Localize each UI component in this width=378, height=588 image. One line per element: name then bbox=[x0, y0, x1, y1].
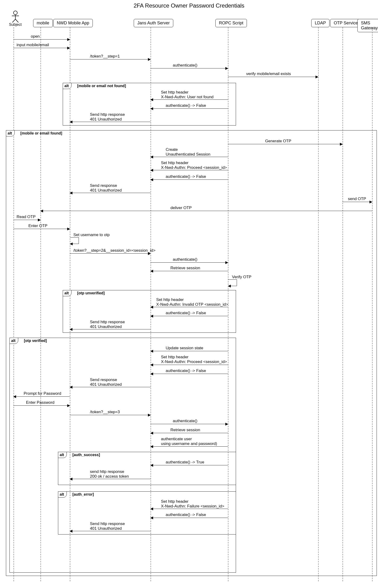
msg-label: Retrieve session bbox=[170, 266, 200, 271]
participant-ldap: LDAP bbox=[311, 19, 329, 27]
diagram-title: 2FA Resource Owner Password Credentials bbox=[0, 2, 378, 9]
msg-label: authenticate() -> False bbox=[166, 311, 206, 315]
msg-label: Set http header X-Nwd-Authn: Invalid OTP… bbox=[156, 297, 228, 307]
arrow bbox=[40, 211, 372, 211]
msg-label: send http response 200 ok / access token bbox=[90, 469, 129, 479]
alt-condition: [mobile or email found] bbox=[20, 131, 62, 136]
arrow bbox=[150, 446, 228, 447]
arrow bbox=[14, 48, 70, 48]
arrow bbox=[150, 374, 228, 374]
alt-label: alt bbox=[58, 452, 67, 458]
alt-condition: [otp verified] bbox=[24, 339, 47, 343]
msg-label: authenticate() -> True bbox=[166, 460, 204, 465]
arrow bbox=[70, 59, 150, 59]
msg-label: /token?__step=1 bbox=[90, 54, 120, 59]
arrow bbox=[150, 99, 228, 100]
msg-label: authenticate() bbox=[173, 63, 197, 68]
msg-label: Create Unauthenticated Session bbox=[166, 147, 210, 157]
msg-label: send OTP bbox=[348, 197, 366, 201]
alt-condition: [auth_success] bbox=[72, 453, 100, 457]
msg-label: Set username to otp bbox=[73, 232, 109, 237]
arrow bbox=[70, 122, 150, 122]
msg-label: /token?__step=3 bbox=[90, 410, 120, 414]
alt-frame-otp-unverified: alt [otp unverified] bbox=[63, 290, 236, 333]
alt-label: alt bbox=[63, 290, 71, 296]
arrow bbox=[150, 109, 228, 109]
self-message bbox=[228, 279, 237, 286]
arrow bbox=[150, 465, 228, 465]
arrow bbox=[150, 351, 228, 351]
msg-label: Enter Password bbox=[26, 400, 54, 405]
msg-label: authenticate() bbox=[173, 419, 197, 424]
msg-label: Set http header X-Nwd-Authn: User not fo… bbox=[161, 90, 214, 100]
msg-label: authenticate() -> False bbox=[166, 174, 206, 179]
msg-label: Set http header X-Nwd-Authn: Proceed <se… bbox=[161, 355, 227, 364]
arrow bbox=[150, 262, 228, 263]
arrow bbox=[150, 433, 228, 433]
arrow bbox=[150, 157, 228, 157]
participant-ropc: ROPC Script bbox=[216, 19, 247, 27]
msg-label: Send response 401 Unauthorized bbox=[90, 183, 122, 193]
svg-line-4 bbox=[15, 19, 18, 23]
arrow bbox=[14, 229, 70, 229]
alt-frame-notfound: alt [mobile or email not found] bbox=[63, 83, 236, 125]
msg-label: open bbox=[31, 34, 40, 39]
arrow bbox=[150, 424, 228, 424]
arrow bbox=[70, 253, 150, 254]
arrow bbox=[70, 193, 150, 193]
msg-label: /token?__step=2&__session_id=<session_id… bbox=[73, 248, 156, 253]
arrow bbox=[70, 387, 150, 387]
participant-jans: Jans Auth Server bbox=[134, 19, 173, 27]
arrow bbox=[150, 307, 228, 307]
participant-sms: SMS Gateway bbox=[357, 19, 378, 32]
msg-label: verify mobile/email exists bbox=[246, 71, 291, 76]
msg-label: input mobile/email bbox=[17, 43, 49, 47]
alt-frame-auth-error: alt [auth_error] bbox=[58, 491, 236, 534]
arrow bbox=[70, 415, 150, 415]
msg-label: authenticate() bbox=[173, 257, 197, 262]
alt-frame-auth-success: alt [auth_success] bbox=[58, 452, 236, 485]
stick-figure-icon bbox=[9, 11, 22, 23]
msg-label: Read OTP bbox=[17, 215, 36, 219]
msg-label: authenticate() -> False bbox=[166, 103, 206, 108]
msg-label: authenticate() -> False bbox=[166, 369, 206, 373]
msg-label: Prompt for Password bbox=[24, 391, 61, 396]
arrow bbox=[150, 68, 228, 68]
msg-label: Send http response 401 Unauthorized bbox=[90, 112, 125, 122]
msg-label: Send response 401 Unauthorized bbox=[90, 378, 122, 387]
actor-subject: Subject bbox=[9, 11, 22, 27]
arrow bbox=[150, 179, 228, 180]
sequence-diagram: 2FA Resource Owner Password Credentials … bbox=[0, 0, 378, 588]
msg-label: Retrieve session bbox=[170, 428, 200, 432]
arrow bbox=[70, 329, 150, 329]
self-message bbox=[70, 237, 79, 244]
alt-label: alt bbox=[58, 491, 67, 498]
svg-point-0 bbox=[14, 11, 17, 15]
msg-label: authenticate user using username and pas… bbox=[161, 437, 217, 446]
actor-label: Subject bbox=[9, 23, 22, 27]
arrow bbox=[14, 220, 40, 220]
arrow bbox=[228, 144, 342, 144]
alt-condition: [auth_error] bbox=[72, 492, 94, 497]
msg-label: authenticate() -> False bbox=[166, 512, 206, 517]
alt-label: alt bbox=[10, 338, 18, 344]
alt-label: alt bbox=[63, 83, 71, 89]
msg-label: Send http response 401 Unauthorized bbox=[90, 521, 125, 531]
alt-condition: [mobile or email not found] bbox=[77, 84, 126, 88]
msg-label: Send http response 401 Unauthorized bbox=[90, 320, 125, 329]
arrow bbox=[70, 479, 150, 479]
arrow bbox=[150, 365, 228, 365]
participant-app: NWD Mobile App bbox=[53, 19, 93, 27]
msg-label: Verify OTP bbox=[232, 275, 251, 279]
svg-line-3 bbox=[12, 19, 15, 23]
arrow bbox=[14, 397, 70, 397]
arrow bbox=[150, 271, 228, 271]
msg-label: Set http header X-Nwd-Authn: Proceed <se… bbox=[161, 161, 227, 170]
arrow bbox=[14, 405, 70, 406]
msg-label: Set http header X-Nwd-Authn: Failure <se… bbox=[161, 499, 224, 509]
msg-label: Enter OTP bbox=[28, 224, 47, 228]
arrow bbox=[70, 531, 150, 531]
participant-mobile: mobile bbox=[33, 19, 53, 27]
msg-label: Update session state bbox=[166, 346, 203, 351]
arrow bbox=[14, 39, 70, 40]
